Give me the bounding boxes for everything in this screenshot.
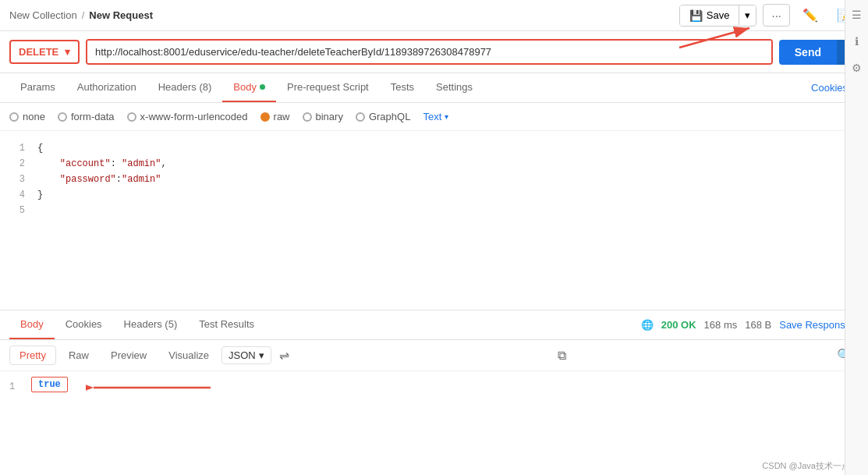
line-num-3: 3	[9, 172, 25, 187]
code-editor: 1 2 3 4 5 { "account": "admin", "passwor…	[0, 131, 868, 310]
wrap-button[interactable]: ⇌	[275, 346, 294, 364]
status-code: 200 OK	[661, 319, 696, 331]
resp-view-raw[interactable]: Raw	[59, 346, 98, 364]
tab-tests[interactable]: Tests	[380, 73, 425, 102]
resp-line-number: 1	[9, 378, 25, 396]
response-size: 168 B	[745, 319, 771, 331]
code-line-3: "password":"admin"	[31, 172, 862, 187]
body-type-form-data[interactable]: form-data	[58, 111, 115, 122]
request-name: New Request	[89, 9, 153, 21]
collection-name[interactable]: New Collection	[9, 9, 77, 21]
save-response-label: Save Response	[779, 319, 851, 331]
body-type-none[interactable]: none	[9, 111, 45, 122]
save-label: Save	[707, 9, 730, 21]
body-type-raw[interactable]: raw	[260, 111, 290, 122]
response-info: 🌐 200 OK 168 ms 168 B Save Response ▾	[641, 319, 859, 331]
resp-view-visualize[interactable]: Visualize	[159, 346, 218, 364]
save-button-group: 💾 Save ▾	[679, 5, 757, 27]
resp-tab-body[interactable]: Body	[9, 310, 55, 339]
more-button[interactable]: ···	[763, 4, 790, 27]
resp-value-wrapper: true	[31, 378, 68, 390]
radio-graphql	[356, 112, 365, 122]
sidebar-icon-info[interactable]: ℹ	[849, 33, 866, 50]
copy-button[interactable]: ⧉	[551, 346, 572, 366]
json-format-select[interactable]: JSON ▾	[221, 346, 271, 364]
body-type-binary[interactable]: binary	[303, 111, 343, 122]
radio-none	[9, 112, 19, 122]
radio-raw	[260, 112, 270, 122]
save-icon: 💾	[689, 9, 703, 22]
top-bar: New Collection / New Request 💾 Save ▾ ··…	[0, 0, 868, 31]
method-label: DELETE	[19, 46, 58, 58]
url-input[interactable]	[87, 41, 771, 63]
text-type-label: Text	[423, 111, 441, 122]
radio-urlencoded	[127, 112, 136, 122]
globe-icon: 🌐	[641, 319, 654, 331]
save-button[interactable]: 💾 Save	[680, 5, 739, 26]
tab-pre-request[interactable]: Pre-request Script	[276, 73, 380, 102]
tab-settings[interactable]: Settings	[425, 73, 484, 102]
tab-body[interactable]: Body	[222, 73, 276, 102]
radio-binary	[303, 112, 312, 122]
resp-view-preview[interactable]: Preview	[101, 346, 156, 364]
response-toolbar: Pretty Raw Preview Visualize JSON ▾ ⇌ ⧉ …	[0, 340, 868, 371]
code-body[interactable]: { "account": "admin", "password":"admin"…	[31, 131, 862, 310]
text-type-chevron: ▾	[445, 112, 448, 121]
json-format-chevron: ▾	[259, 349, 264, 361]
line-num-4: 4	[9, 187, 25, 203]
wrap-icon: ⇌	[279, 349, 289, 362]
code-line-2: "account": "admin",	[31, 156, 862, 172]
url-input-wrapper	[86, 39, 773, 65]
json-format-label: JSON	[229, 349, 256, 361]
resp-tab-cookies[interactable]: Cookies	[55, 310, 113, 339]
request-row: DELETE ▾ Send ▾	[0, 31, 868, 73]
resp-tab-test-results[interactable]: Test Results	[188, 310, 265, 339]
pencil-icon: ✏️	[802, 9, 818, 22]
line-num-1: 1	[9, 140, 25, 156]
resp-value: true	[31, 377, 68, 392]
send-button[interactable]: Send	[779, 40, 837, 65]
text-type-select[interactable]: Text ▾	[423, 111, 448, 122]
resp-view-pretty[interactable]: Pretty	[9, 346, 56, 365]
sidebar-icon-settings[interactable]: ⚙	[849, 59, 866, 76]
line-num-5: 5	[9, 203, 25, 218]
edit-icon-button[interactable]: ✏️	[796, 4, 824, 27]
radio-form-data	[58, 112, 67, 122]
method-select[interactable]: DELETE ▾	[9, 40, 80, 64]
body-active-dot	[260, 84, 265, 90]
request-tabs: Params Authorization Headers (8) Body Pr…	[0, 73, 868, 103]
body-type-row: none form-data x-www-form-urlencoded raw…	[0, 103, 868, 131]
sidebar-icon-menu[interactable]: ☰	[849, 6, 866, 23]
line-numbers: 1 2 3 4 5	[0, 131, 31, 310]
response-tabs: Body Cookies Headers (5) Test Results 🌐 …	[0, 310, 868, 340]
method-chevron: ▾	[65, 46, 70, 58]
top-actions: 💾 Save ▾ ··· ✏️ 📝	[679, 4, 859, 27]
line-num-2: 2	[9, 156, 25, 172]
code-line-1: {	[31, 140, 862, 156]
tab-params[interactable]: Params	[9, 73, 66, 102]
breadcrumb: New Collection / New Request	[9, 9, 153, 21]
body-type-graphql[interactable]: GraphQL	[356, 111, 410, 122]
tab-authorization[interactable]: Authorization	[66, 73, 147, 102]
response-output: 1 true	[0, 371, 868, 396]
copy-icon: ⧉	[558, 349, 566, 362]
resp-tab-headers[interactable]: Headers (5)	[113, 310, 189, 339]
response-time: 168 ms	[704, 319, 738, 331]
breadcrumb-sep: /	[82, 9, 85, 21]
tab-headers[interactable]: Headers (8)	[147, 73, 223, 102]
code-line-4: }	[31, 187, 862, 203]
resp-arrow-svg	[86, 379, 218, 396]
body-type-urlencoded[interactable]: x-www-form-urlencoded	[127, 111, 248, 122]
right-sidebar: ☰ ℹ ⚙	[845, 0, 868, 475]
watermark: CSDN @Java技术一点通	[0, 457, 868, 475]
save-dropdown-button[interactable]: ▾	[739, 5, 756, 25]
